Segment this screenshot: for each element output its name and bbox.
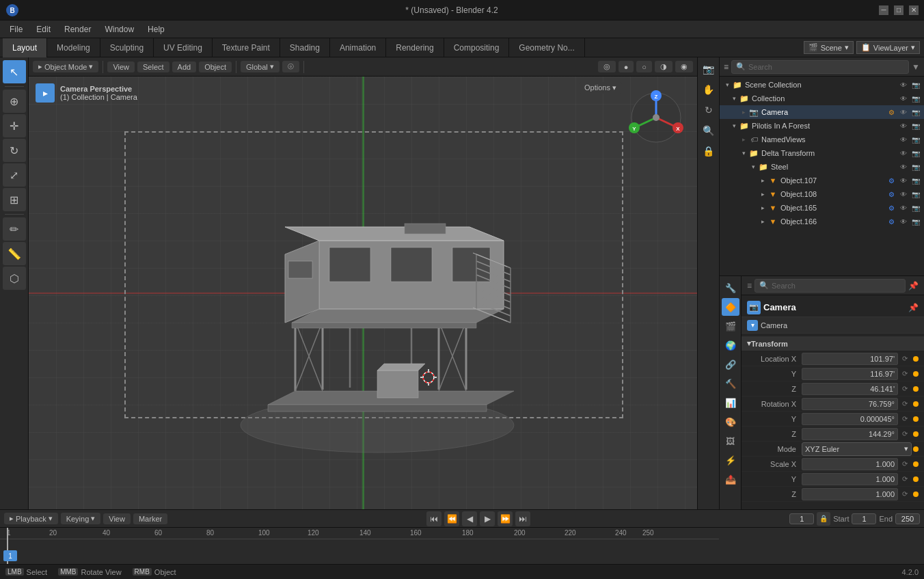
oi-visibility-namedviews[interactable]: 👁 <box>898 134 909 145</box>
tl-prev-key[interactable]: ⏪ <box>444 511 459 526</box>
tl-current-frame[interactable]: 1 <box>789 513 814 524</box>
rt-zoom[interactable]: 🔍 <box>700 122 718 139</box>
props-tab-output[interactable]: 📤 <box>722 470 739 488</box>
timeline-scrub[interactable]: 1 20 40 60 80 100 120 140 160 180 200 22… <box>0 528 924 564</box>
props-tab-render[interactable]: ⚡ <box>722 451 739 469</box>
oi-visibility-collection[interactable]: 👁 <box>898 93 909 104</box>
tl-keying[interactable]: Keying ▾ <box>61 513 101 524</box>
close-button[interactable]: ✕ <box>909 5 919 15</box>
workspace-tab-texture-paint[interactable]: Texture Paint <box>213 38 280 57</box>
outliner-scene-collection[interactable]: ▾ 📁 Scene Collection 👁 📷 <box>720 78 924 92</box>
scene-selector[interactable]: 🎬 Scene ▾ <box>804 41 854 54</box>
ts-mode-dropdown[interactable]: XYZ Euler ▾ <box>802 442 912 456</box>
tl-play[interactable]: ▶ <box>480 511 495 526</box>
ts-dot-loc-y[interactable] <box>913 371 919 377</box>
ts-dot-rot-x[interactable] <box>913 401 919 407</box>
oi-render-obj166[interactable]: 📷 <box>910 216 921 227</box>
outliner-camera[interactable]: ▸ 📷 Camera ⚙ 👁 📷 <box>720 105 924 119</box>
titlebar-controls[interactable]: ─ □ ✕ <box>879 5 919 15</box>
oi-visibility-obj107[interactable]: 👁 <box>898 175 909 186</box>
props-tab-constraint[interactable]: 🔗 <box>722 355 739 373</box>
vt-shading-wire[interactable]: ○ <box>636 61 652 72</box>
oi-visibility-obj166[interactable]: 👁 <box>898 216 909 227</box>
outliner-steel[interactable]: ▾ 📁 Steel 👁 📷 <box>720 160 924 174</box>
tool-rotate[interactable]: ↻ <box>3 139 26 162</box>
oi-render-layers[interactable]: 📷 <box>910 148 921 159</box>
props-tab-world[interactable]: 🌍 <box>722 336 739 354</box>
workspace-tab-uv-editing[interactable]: UV Editing <box>154 38 213 57</box>
menu-help[interactable]: Help <box>142 23 170 36</box>
menu-render[interactable]: Render <box>59 23 96 36</box>
vt-shading-material[interactable]: ◑ <box>655 61 672 72</box>
tl-frame-step[interactable]: 🔒 <box>817 512 830 526</box>
ts-dot-mode[interactable] <box>913 446 919 452</box>
vt-view[interactable]: View <box>107 62 135 72</box>
outliner-layers[interactable]: ▾ 📁 Delta Transform 👁 📷 <box>720 146 924 160</box>
oi-modifier-camera[interactable]: ⚙ <box>886 107 897 118</box>
oi-visibility-camera[interactable]: 👁 <box>898 107 909 118</box>
outliner-collection[interactable]: ▾ 📁 Collection 👁 📷 <box>720 92 924 105</box>
ts-dot-scale-y[interactable] <box>913 476 919 482</box>
maximize-button[interactable]: □ <box>894 5 903 15</box>
outliner-search-box[interactable]: 🔍 Search <box>731 60 909 74</box>
tool-measure[interactable]: 📏 <box>3 242 26 265</box>
vt-mode-selector[interactable]: ▸ Object Mode ▾ <box>33 61 98 72</box>
oi-render-namedviews[interactable]: 📷 <box>910 134 921 145</box>
vt-shading-solid[interactable]: ● <box>619 61 634 72</box>
workspace-tab-geometry[interactable]: Geometry No... <box>509 38 584 57</box>
ts-dot-rot-y[interactable] <box>913 416 919 422</box>
ts-copy-loc-x[interactable]: ⟳ <box>898 355 912 362</box>
oi-visibility-steel[interactable]: 👁 <box>898 161 909 172</box>
viewlayer-selector[interactable]: 📋 ViewLayer ▾ <box>856 41 920 54</box>
menu-file[interactable]: File <box>4 23 28 36</box>
ts-rotation-y-value[interactable]: 0.000045° <box>802 413 898 425</box>
outliner-object107[interactable]: ▸ ▼ Object.107 ⚙ 👁 📷 <box>720 174 924 187</box>
oi-constraint-obj166[interactable]: ⚙ <box>886 216 897 227</box>
minimize-button[interactable]: ─ <box>879 5 888 15</box>
workspace-tab-compositing[interactable]: Compositing <box>444 38 510 57</box>
props-search-box[interactable]: 🔍 Search <box>755 279 906 293</box>
delta-transform-header[interactable]: ▸ Delta Transform ··· <box>742 504 924 509</box>
axis-gizmo[interactable]: Z X Y <box>629 90 683 145</box>
tool-add[interactable]: ⬡ <box>3 267 26 290</box>
oi-render-steel[interactable]: 📷 <box>910 161 921 172</box>
menu-window[interactable]: Window <box>99 23 139 36</box>
props-pin-icon[interactable]: 📌 <box>908 281 919 291</box>
workspace-tab-animation[interactable]: Animation <box>330 38 386 57</box>
props-tab-scene[interactable]: 🎬 <box>722 317 739 335</box>
ts-location-x-value[interactable]: 101.97' <box>802 353 898 365</box>
options-button[interactable]: Options ▾ <box>579 82 622 94</box>
ts-location-z-value[interactable]: 46.141' <box>802 383 898 395</box>
ts-copy-loc-z[interactable]: ⟳ <box>898 385 912 392</box>
props-tab-modifier[interactable]: 🔨 <box>722 375 739 392</box>
tool-scale[interactable]: ⤢ <box>3 163 26 187</box>
ts-scale-x-value[interactable]: 1.000 <box>802 458 898 470</box>
ts-dot-rot-z[interactable] <box>913 431 919 437</box>
tl-play-reverse[interactable]: ◀ <box>462 511 477 526</box>
vt-add[interactable]: Add <box>172 62 197 72</box>
ts-header[interactable]: ▾ Transform <box>742 336 924 351</box>
tool-move[interactable]: ✛ <box>3 114 26 137</box>
vt-select[interactable]: Select <box>137 62 169 72</box>
ts-copy-scale-z[interactable]: ⟳ <box>898 490 912 498</box>
vt-shading-render[interactable]: ◉ <box>675 61 693 72</box>
ts-copy-scale-y[interactable]: ⟳ <box>898 475 912 483</box>
workspace-tab-rendering[interactable]: Rendering <box>386 38 444 57</box>
ts-scale-y-value[interactable]: 1.000 <box>802 473 898 485</box>
outliner-filter-icon[interactable]: ▼ <box>912 62 920 72</box>
rt-lock[interactable]: 🔒 <box>700 142 718 160</box>
vt-object[interactable]: Object <box>199 62 232 72</box>
oi-render-obj165[interactable]: 📷 <box>910 202 921 213</box>
tl-jump-start[interactable]: ⏮ <box>426 511 441 526</box>
props-object-name[interactable]: Camera <box>763 302 906 312</box>
props-tab-data[interactable]: 📊 <box>722 394 739 412</box>
rt-rotate[interactable]: ↻ <box>700 101 718 119</box>
workspace-tab-layout[interactable]: Layout <box>3 38 47 57</box>
ts-dot-scale-x[interactable] <box>913 461 919 467</box>
outliner-namedviews[interactable]: ▸ 🏷 NamedViews 👁 📷 <box>720 133 924 146</box>
oi-visibility-scene[interactable]: 👁 <box>898 79 909 90</box>
props-tab-object[interactable]: 🔶 <box>722 298 739 316</box>
outliner-object165[interactable]: ▸ ▼ Object.165 ⚙ 👁 📷 <box>720 201 924 215</box>
vt-snap[interactable]: ⦾ <box>282 61 299 72</box>
oi-constraint-obj107[interactable]: ⚙ <box>886 175 897 186</box>
